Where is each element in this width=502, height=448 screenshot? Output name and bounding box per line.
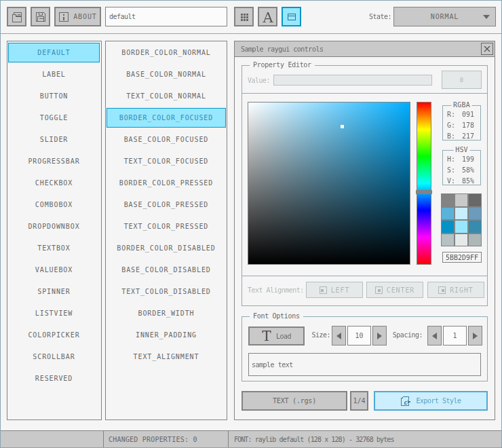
font-view-button[interactable]: A (258, 7, 277, 26)
spacing-increase-button[interactable] (468, 326, 482, 346)
align-center-button[interactable]: CENTER (366, 282, 423, 298)
property-item-border_width[interactable]: BORDER_WIDTH (107, 303, 226, 323)
property-item-base_color_focused[interactable]: BASE_COLOR_FOCUSED (107, 130, 226, 149)
palette-swatch[interactable] (469, 208, 481, 220)
hsv-value: 199 (462, 155, 474, 164)
grid-icon (239, 12, 250, 22)
control-item-reserved[interactable]: RESERVED (8, 369, 100, 388)
rgba-value: 178 (462, 122, 474, 130)
control-item-valuebox[interactable]: VALUEBOX (8, 260, 100, 280)
window-close-button[interactable] (481, 43, 493, 55)
style-color-palette[interactable] (441, 193, 482, 246)
save-file-button[interactable] (31, 7, 50, 26)
grid-snap-button[interactable] (234, 7, 254, 26)
rgba-group: RGBA R:091G:178B:217 (442, 105, 481, 141)
palette-swatch[interactable] (455, 194, 467, 206)
align-left-button[interactable]: LEFT (306, 282, 363, 298)
spacing-value-box[interactable]: 1 (443, 326, 467, 346)
control-item-textbox[interactable]: TEXTBOX (8, 238, 100, 258)
align-right-icon (438, 286, 446, 294)
rgba-value: 217 (462, 132, 474, 141)
export-style-button[interactable]: Export Style (374, 391, 488, 411)
value-button[interactable]: 0 (442, 71, 482, 89)
page-button[interactable]: 1/4 (350, 391, 368, 411)
palette-swatch[interactable] (469, 234, 481, 246)
arrow-right-icon (473, 333, 478, 339)
align-left-icon (320, 286, 327, 294)
properties-listview[interactable]: BORDER_COLOR_NORMALBASE_COLOR_NORMALTEXT… (105, 41, 227, 420)
about-button[interactable]: ABOUT (54, 7, 101, 26)
control-item-toggle[interactable]: TOGGLE (8, 108, 100, 128)
window-title: Sample raygui controls (241, 41, 323, 57)
hue-slider[interactable] (416, 190, 432, 194)
property-item-base_color_normal[interactable]: BASE_COLOR_NORMAL (107, 64, 226, 84)
color-picker-panel[interactable] (248, 102, 410, 265)
palette-swatch[interactable] (442, 208, 454, 220)
control-item-default[interactable]: DEFAULT (8, 43, 100, 62)
color-picker-cursor[interactable] (341, 125, 344, 128)
property-item-inner_padding[interactable]: INNER_PADDING (107, 325, 226, 345)
control-item-progressbar[interactable]: PROGRESSBAR (8, 151, 100, 171)
sample-text-box[interactable]: sample text (248, 353, 481, 376)
folder-open-icon (12, 12, 22, 22)
toolbar-separator (0, 33, 502, 34)
palette-swatch[interactable] (442, 234, 454, 246)
palette-swatch[interactable] (455, 234, 467, 246)
palette-swatch[interactable] (469, 221, 481, 233)
control-item-slider[interactable]: SLIDER (8, 130, 100, 149)
control-item-spinner[interactable]: SPINNER (8, 282, 100, 301)
palette-swatch[interactable] (442, 221, 454, 233)
control-item-scrollbar[interactable]: SCROLLBAR (8, 347, 100, 367)
property-item-text_color_disabled[interactable]: TEXT_COLOR_DISABLED (107, 282, 226, 301)
control-item-checkbox[interactable]: CHECKBOX (8, 173, 100, 193)
spacing-decrease-button[interactable] (427, 326, 442, 346)
open-file-button[interactable] (7, 7, 26, 26)
palette-swatch[interactable] (442, 194, 454, 206)
property-item-text_color_normal[interactable]: TEXT_COLOR_NORMAL (107, 86, 226, 106)
window-title-bar: Sample raygui controls (235, 41, 495, 57)
palette-swatch[interactable] (455, 208, 467, 220)
property-item-border_color_focused[interactable]: BORDER_COLOR_FOCUSED (107, 108, 226, 128)
status-font-text: FONT: raylib default (128 x 128) - 32768… (234, 436, 394, 443)
align-right-button[interactable]: RIGHT (427, 282, 484, 298)
control-item-listview[interactable]: LISTVIEW (8, 303, 100, 323)
property-item-border_color_disabled[interactable]: BORDER_COLOR_DISABLED (107, 238, 226, 258)
controls-view-button[interactable] (282, 7, 301, 26)
hsv-row: V:85% (447, 177, 474, 186)
property-item-text_alignment[interactable]: TEXT_ALIGNMENT (107, 347, 226, 367)
about-button-label: ABOUT (73, 13, 97, 20)
control-item-label[interactable]: LABEL (8, 64, 100, 84)
hex-value-box[interactable]: 5BB2D9FF (442, 252, 482, 263)
property-editor-group-label: Property Editor (250, 61, 315, 69)
controls-listview[interactable]: DEFAULTLABELBUTTONTOGGLESLIDERPROGRESSBA… (7, 41, 102, 420)
status-left (0, 430, 104, 448)
control-item-colorpicker[interactable]: COLORPICKER (8, 325, 100, 345)
hsv-label: S: (447, 166, 455, 175)
size-label: Size: (292, 331, 330, 340)
control-item-combobox[interactable]: COMBOBOX (8, 195, 100, 214)
arrow-left-icon (432, 333, 437, 339)
rgba-label: G: (447, 122, 455, 130)
value-separator (242, 93, 488, 94)
property-item-text_color_pressed[interactable]: TEXT_COLOR_PRESSED (107, 217, 226, 236)
value-input[interactable] (273, 75, 432, 86)
property-item-border_color_pressed[interactable]: BORDER_COLOR_PRESSED (107, 173, 226, 193)
rguistyler-app: { "toolbar": { "about_button": "ABOUT", … (0, 0, 502, 448)
property-item-base_color_disabled[interactable]: BASE_COLOR_DISABLED (107, 260, 226, 280)
size-decrease-button[interactable] (332, 326, 346, 346)
property-item-base_color_pressed[interactable]: BASE_COLOR_PRESSED (107, 195, 226, 214)
export-text-label: TEXT (.rgs) (273, 397, 316, 405)
rgba-label: B: (447, 132, 455, 141)
control-item-dropdownbox[interactable]: DROPDOWNBOX (8, 217, 100, 236)
spacing-value: 1 (452, 332, 457, 339)
state-dropdown[interactable]: NORMAL (393, 7, 496, 26)
export-text-button[interactable]: TEXT (.rgs) (242, 391, 347, 411)
palette-swatch[interactable] (469, 194, 481, 206)
value-button-label: 0 (460, 77, 463, 83)
control-item-button[interactable]: BUTTON (8, 86, 100, 106)
property-item-text_color_focused[interactable]: TEXT_COLOR_FOCUSED (107, 151, 226, 171)
palette-swatch[interactable] (455, 221, 467, 233)
property-item-border_color_normal[interactable]: BORDER_COLOR_NORMAL (107, 43, 226, 62)
hue-bar[interactable] (417, 102, 431, 265)
style-name-input[interactable] (105, 7, 227, 26)
